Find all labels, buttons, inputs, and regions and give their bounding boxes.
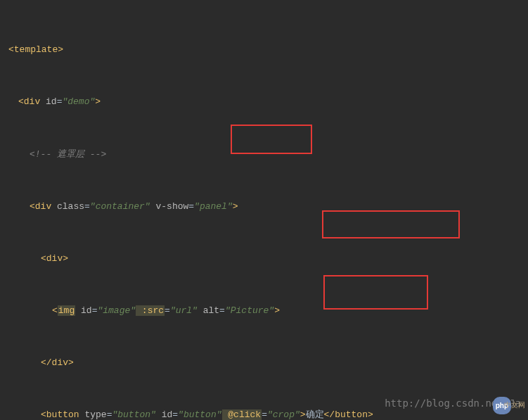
code-line: <div> (7, 250, 525, 268)
click-attr-highlight: @click (222, 409, 262, 420)
cn-badge: 中文网 (504, 398, 525, 412)
code-editor: <template> <div id="demo"> <!-- 遮罩层 --> … (0, 0, 528, 420)
code-line: <template> (7, 42, 525, 59)
code-line: <div id="demo"> (7, 94, 525, 111)
code-line: <img id="image" :src="url" alt="Picture"… (7, 303, 525, 320)
code-line: <!-- 遮罩层 --> (7, 146, 525, 164)
code-line: <div class="container" v-show="panel"> (7, 198, 525, 216)
code-line: </div> (7, 355, 525, 372)
